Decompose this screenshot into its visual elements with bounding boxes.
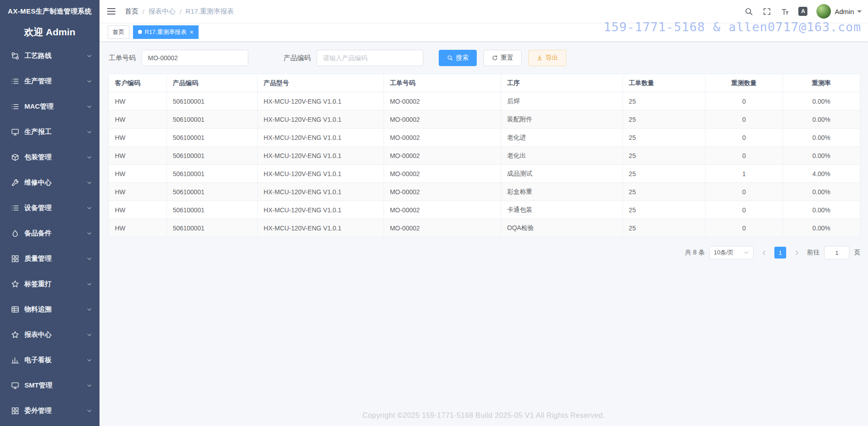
language-icon[interactable]: A: [794, 0, 812, 23]
chevron-down-icon: [86, 53, 92, 59]
search-button-label: 搜索: [456, 54, 469, 62]
product-code-input[interactable]: [317, 50, 423, 66]
font-size-icon[interactable]: [776, 0, 794, 23]
chevron-down-icon[interactable]: [857, 10, 862, 15]
sidebar-menu: 工艺路线生产管理MAC管理生产报工包装管理维修中心设备管理备品备件质量管理标签重…: [0, 43, 100, 426]
footer: Copyright ©2025 159-1771-5168 Build 2025…: [100, 404, 868, 426]
tab-label: 首页: [113, 28, 124, 36]
sidebar-item-1[interactable]: 工艺路线: [0, 43, 100, 68]
grid-icon: [11, 254, 19, 263]
sidebar-item-label: 工艺路线: [24, 52, 86, 60]
sidebar-item-5[interactable]: 包装管理: [0, 144, 100, 170]
table-cell: 老化出: [501, 147, 623, 165]
sidebar-item-12[interactable]: 报表中心: [0, 322, 100, 347]
filter-buttons: 搜索 重置 导出: [439, 50, 566, 66]
chevron-down-icon: [86, 78, 92, 84]
table-cell: 后焊: [501, 92, 623, 110]
table-cell: 0: [705, 147, 783, 165]
search-icon[interactable]: [740, 0, 758, 23]
close-icon[interactable]: ×: [190, 29, 193, 35]
table-cell: 装配附件: [501, 110, 623, 129]
column-header-5: 工序: [501, 74, 623, 92]
refresh-icon: [492, 55, 498, 61]
table-cell: 0.00%: [783, 219, 860, 237]
chevron-down-icon: [86, 256, 92, 262]
language-icon-glyph: A: [798, 7, 807, 16]
sidebar: AX-MES生产制造管理系统 欢迎 Admin 工艺路线生产管理MAC管理生产报…: [0, 0, 100, 426]
prev-page-button[interactable]: [758, 247, 770, 258]
table-cell: HX-MCU-120V-ENG V1.0.1: [257, 219, 384, 237]
sidebar-item-2[interactable]: 生产管理: [0, 68, 100, 94]
tab-2[interactable]: R17.重测率报表×: [133, 25, 199, 39]
fullscreen-icon[interactable]: [758, 0, 776, 23]
table-cell: MO-00002: [384, 165, 501, 183]
sidebar-item-label: 质量管理: [24, 254, 86, 263]
column-header-4: 工单号码: [384, 74, 501, 92]
table-cell: 25: [623, 92, 706, 110]
sidebar-item-6[interactable]: 维修中心: [0, 170, 100, 195]
sidebar-item-label: 维修中心: [24, 178, 86, 187]
chevron-down-icon: [86, 332, 92, 338]
grid-icon: [11, 407, 19, 415]
table-cell: 0.00%: [783, 147, 860, 165]
page-number-button[interactable]: 1: [774, 247, 786, 258]
sidebar-item-9[interactable]: 质量管理: [0, 246, 100, 271]
table-cell: HW: [109, 147, 167, 165]
sidebar-item-3[interactable]: MAC管理: [0, 94, 100, 119]
table-cell: 老化进: [501, 129, 623, 147]
list-icon: [11, 77, 19, 86]
reset-button[interactable]: 重置: [484, 50, 522, 66]
sidebar-item-4[interactable]: 生产报工: [0, 119, 100, 144]
table-cell: MO-00002: [384, 183, 501, 201]
list-icon: [11, 204, 19, 212]
breadcrumb-item-2[interactable]: 报表中心: [148, 7, 175, 16]
table-icon: [11, 305, 19, 314]
sidebar-item-8[interactable]: 备品备件: [0, 220, 100, 246]
star-icon: [11, 330, 19, 339]
avatar[interactable]: [816, 4, 831, 19]
table-cell: 0.00%: [783, 201, 860, 219]
table-cell: MO-00002: [384, 110, 501, 129]
table-row-7: HW506100001HX-MCU-120V-ENG V1.0.1MO-0000…: [109, 201, 860, 219]
chevron-right-icon: [794, 250, 800, 256]
sidebar-item-label: 标签重打: [24, 280, 86, 288]
breadcrumb-item-1[interactable]: 首页: [125, 7, 138, 16]
goto-label: 前往: [807, 249, 820, 257]
hamburger-icon[interactable]: [100, 0, 123, 23]
table-cell: HX-MCU-120V-ENG V1.0.1: [257, 147, 384, 165]
next-page-button[interactable]: [791, 247, 802, 258]
table-cell: 0.00%: [783, 110, 860, 129]
column-header-7: 重测数量: [705, 74, 783, 92]
table-row-8: HW506100001HX-MCU-120V-ENG V1.0.1MO-0000…: [109, 219, 860, 237]
table-cell: 0: [705, 219, 783, 237]
reset-button-label: 重置: [501, 54, 513, 62]
table-head: 客户编码产品编码产品型号工单号码工序工单数量重测数量重测率: [109, 74, 860, 92]
route-icon: [11, 52, 19, 60]
table-row-3: HW506100001HX-MCU-120V-ENG V1.0.1MO-0000…: [109, 129, 860, 147]
breadcrumb-separator: /: [180, 8, 181, 15]
sidebar-item-7[interactable]: 设备管理: [0, 195, 100, 220]
goto-page-input[interactable]: [824, 246, 849, 259]
sidebar-item-11[interactable]: 物料追溯: [0, 297, 100, 322]
table-cell: 0: [705, 201, 783, 219]
sidebar-item-10[interactable]: 标签重打: [0, 271, 100, 297]
sidebar-item-14[interactable]: SMT管理: [0, 373, 100, 398]
table-cell: HW: [109, 201, 167, 219]
table-cell: 506100001: [166, 201, 257, 219]
sidebar-item-15[interactable]: 委外管理: [0, 398, 100, 423]
table-cell: 25: [623, 110, 706, 129]
table-cell: MO-00002: [384, 201, 501, 219]
page-size-select[interactable]: 10条/页: [709, 246, 754, 259]
table-body: HW506100001HX-MCU-120V-ENG V1.0.1MO-0000…: [109, 92, 860, 237]
search-button[interactable]: 搜索: [439, 50, 477, 66]
sidebar-item-13[interactable]: 电子看板: [0, 347, 100, 373]
user-menu[interactable]: Admin: [835, 8, 854, 15]
table-cell: 彩盒称重: [501, 183, 623, 201]
work-order-label: 工单号码: [109, 54, 136, 62]
tabs-bar: 首页R17.重测率报表×: [100, 23, 868, 42]
sidebar-item-label: 电子看板: [24, 356, 86, 364]
work-order-input[interactable]: [142, 50, 248, 66]
app-root: AX-MES生产制造管理系统 欢迎 Admin 工艺路线生产管理MAC管理生产报…: [0, 0, 868, 426]
tab-1[interactable]: 首页: [108, 25, 129, 39]
export-button[interactable]: 导出: [528, 50, 566, 66]
